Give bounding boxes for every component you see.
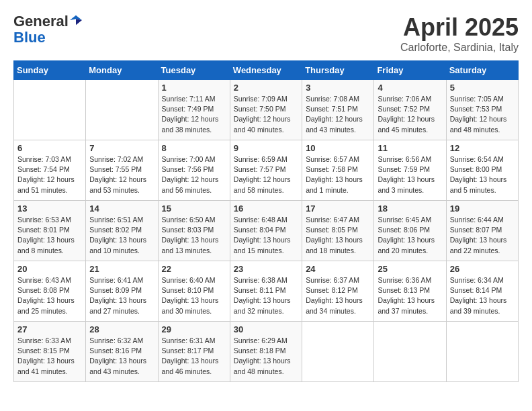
day-number: 15 [162,203,226,214]
column-header-thursday: Thursday [302,61,374,80]
day-cell: 18Sunrise: 6:45 AM Sunset: 8:06 PM Dayli… [374,201,446,261]
page-header: General Blue April 2025 Carloforte, Sard… [13,13,519,54]
day-cell: 11Sunrise: 6:56 AM Sunset: 7:59 PM Dayli… [374,140,446,201]
day-number: 7 [89,143,154,153]
day-number: 11 [378,143,442,153]
day-number: 22 [162,264,226,274]
day-cell: 30Sunrise: 6:29 AM Sunset: 8:18 PM Dayli… [230,322,302,382]
day-number: 18 [378,203,442,214]
day-info: Sunrise: 6:50 AM Sunset: 8:03 PM Dayligh… [162,215,226,256]
day-cell [374,322,446,382]
calendar-table: SundayMondayTuesdayWednesdayThursdayFrid… [13,60,519,382]
day-number: 14 [89,203,154,214]
day-number: 6 [17,143,82,153]
column-header-tuesday: Tuesday [158,61,230,80]
day-info: Sunrise: 6:29 AM Sunset: 8:18 PM Dayligh… [234,336,298,377]
day-cell [302,322,374,382]
day-number: 16 [234,203,298,214]
day-info: Sunrise: 6:41 AM Sunset: 8:09 PM Dayligh… [89,275,154,316]
day-info: Sunrise: 6:47 AM Sunset: 8:05 PM Dayligh… [306,215,370,256]
day-cell: 2Sunrise: 7:09 AM Sunset: 7:50 PM Daylig… [230,80,302,140]
day-number: 21 [89,264,154,274]
week-row-3: 13Sunrise: 6:53 AM Sunset: 8:01 PM Dayli… [14,201,519,261]
day-number: 13 [17,203,82,214]
day-cell: 25Sunrise: 6:36 AM Sunset: 8:13 PM Dayli… [374,261,446,322]
day-number: 4 [378,83,442,93]
day-info: Sunrise: 6:33 AM Sunset: 8:15 PM Dayligh… [17,336,82,377]
day-cell: 14Sunrise: 6:51 AM Sunset: 8:02 PM Dayli… [86,201,158,261]
day-info: Sunrise: 6:51 AM Sunset: 8:02 PM Dayligh… [89,215,154,256]
day-info: Sunrise: 6:34 AM Sunset: 8:14 PM Dayligh… [450,275,515,316]
day-cell: 27Sunrise: 6:33 AM Sunset: 8:15 PM Dayli… [14,322,86,382]
day-number: 24 [306,264,370,274]
day-info: Sunrise: 7:05 AM Sunset: 7:53 PM Dayligh… [450,94,515,135]
day-info: Sunrise: 6:40 AM Sunset: 8:10 PM Dayligh… [162,275,226,316]
day-cell: 1Sunrise: 7:11 AM Sunset: 7:49 PM Daylig… [158,80,230,140]
column-header-friday: Friday [374,61,446,80]
day-number: 27 [17,324,82,334]
week-row-2: 6Sunrise: 7:03 AM Sunset: 7:54 PM Daylig… [14,140,519,201]
day-cell: 12Sunrise: 6:54 AM Sunset: 8:00 PM Dayli… [446,140,518,201]
day-cell [14,80,86,140]
week-row-1: 1Sunrise: 7:11 AM Sunset: 7:49 PM Daylig… [14,80,519,140]
day-cell: 17Sunrise: 6:47 AM Sunset: 8:05 PM Dayli… [302,201,374,261]
day-number: 20 [17,264,82,274]
day-info: Sunrise: 6:56 AM Sunset: 7:59 PM Dayligh… [378,154,442,195]
day-cell: 5Sunrise: 7:05 AM Sunset: 7:53 PM Daylig… [446,80,518,140]
day-cell: 3Sunrise: 7:08 AM Sunset: 7:51 PM Daylig… [302,80,374,140]
day-cell [86,80,158,140]
day-cell: 29Sunrise: 6:31 AM Sunset: 8:17 PM Dayli… [158,322,230,382]
day-cell: 15Sunrise: 6:50 AM Sunset: 8:03 PM Dayli… [158,201,230,261]
day-info: Sunrise: 6:45 AM Sunset: 8:06 PM Dayligh… [378,215,442,256]
day-info: Sunrise: 6:57 AM Sunset: 7:58 PM Dayligh… [306,154,370,195]
day-cell: 19Sunrise: 6:44 AM Sunset: 8:07 PM Dayli… [446,201,518,261]
day-info: Sunrise: 6:54 AM Sunset: 8:00 PM Dayligh… [450,154,515,195]
logo-bird-icon [70,14,82,26]
day-cell: 4Sunrise: 7:06 AM Sunset: 7:52 PM Daylig… [374,80,446,140]
day-cell: 21Sunrise: 6:41 AM Sunset: 8:09 PM Dayli… [86,261,158,322]
day-number: 8 [162,143,226,153]
day-info: Sunrise: 6:44 AM Sunset: 8:07 PM Dayligh… [450,215,515,256]
day-number: 17 [306,203,370,214]
day-number: 25 [378,264,442,274]
column-header-sunday: Sunday [14,61,86,80]
logo-general: General [13,13,69,30]
day-info: Sunrise: 6:32 AM Sunset: 8:16 PM Dayligh… [89,336,154,377]
day-cell: 9Sunrise: 6:59 AM Sunset: 7:57 PM Daylig… [230,140,302,201]
day-cell: 13Sunrise: 6:53 AM Sunset: 8:01 PM Dayli… [14,201,86,261]
day-info: Sunrise: 6:31 AM Sunset: 8:17 PM Dayligh… [162,336,226,377]
day-number: 30 [234,324,298,334]
day-number: 29 [162,324,226,334]
column-header-wednesday: Wednesday [230,61,302,80]
day-number: 23 [234,264,298,274]
day-cell [446,322,518,382]
day-info: Sunrise: 6:43 AM Sunset: 8:08 PM Dayligh… [17,275,82,316]
day-number: 3 [306,83,370,93]
column-header-saturday: Saturday [446,61,518,80]
day-number: 19 [450,203,515,214]
day-info: Sunrise: 6:36 AM Sunset: 8:13 PM Dayligh… [378,275,442,316]
day-info: Sunrise: 7:08 AM Sunset: 7:51 PM Dayligh… [306,94,370,135]
day-cell: 10Sunrise: 6:57 AM Sunset: 7:58 PM Dayli… [302,140,374,201]
month-title: April 2025 [400,13,519,42]
week-row-5: 27Sunrise: 6:33 AM Sunset: 8:15 PM Dayli… [14,322,519,382]
day-cell: 8Sunrise: 7:00 AM Sunset: 7:56 PM Daylig… [158,140,230,201]
day-number: 1 [162,83,226,93]
day-number: 5 [450,83,515,93]
day-info: Sunrise: 7:00 AM Sunset: 7:56 PM Dayligh… [162,154,226,195]
day-cell: 22Sunrise: 6:40 AM Sunset: 8:10 PM Dayli… [158,261,230,322]
header-row: SundayMondayTuesdayWednesdayThursdayFrid… [14,61,519,80]
day-cell: 23Sunrise: 6:38 AM Sunset: 8:11 PM Dayli… [230,261,302,322]
day-info: Sunrise: 6:37 AM Sunset: 8:12 PM Dayligh… [306,275,370,316]
day-cell: 26Sunrise: 6:34 AM Sunset: 8:14 PM Dayli… [446,261,518,322]
logo-blue: Blue [13,29,46,46]
day-cell: 24Sunrise: 6:37 AM Sunset: 8:12 PM Dayli… [302,261,374,322]
location: Carloforte, Sardinia, Italy [400,42,519,54]
day-number: 9 [234,143,298,153]
day-info: Sunrise: 6:38 AM Sunset: 8:11 PM Dayligh… [234,275,298,316]
day-number: 26 [450,264,515,274]
day-info: Sunrise: 6:48 AM Sunset: 8:04 PM Dayligh… [234,215,298,256]
day-number: 2 [234,83,298,93]
day-info: Sunrise: 7:09 AM Sunset: 7:50 PM Dayligh… [234,94,298,135]
day-cell: 20Sunrise: 6:43 AM Sunset: 8:08 PM Dayli… [14,261,86,322]
